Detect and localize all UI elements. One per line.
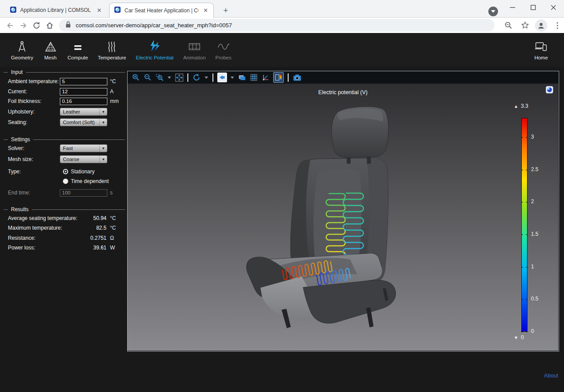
legend-max-marker: ▲3.3 bbox=[514, 103, 528, 109]
legend-min-marker: ▼0 bbox=[514, 334, 524, 341]
browser-chrome: Application Library | COMSOL Se ✕ Car Se… bbox=[0, 0, 564, 33]
scene-light-button[interactable] bbox=[217, 73, 227, 82]
solver-label: Solver: bbox=[8, 145, 24, 151]
url-text: comsol.com/server-demo/app/car_seat_heat… bbox=[76, 22, 232, 29]
end-time-field[interactable]: 100 bbox=[60, 189, 107, 197]
power-loss-label: Power loss: bbox=[8, 245, 35, 251]
axes-button[interactable] bbox=[261, 73, 270, 82]
current-label: Current: bbox=[8, 88, 27, 95]
upholstery-label: Upholstery: bbox=[8, 109, 35, 115]
animation-filmstrip-icon bbox=[188, 39, 201, 53]
end-time-unit: s bbox=[110, 190, 113, 196]
rotate-view-button[interactable] bbox=[192, 73, 201, 82]
close-tab-icon[interactable]: ✕ bbox=[202, 7, 209, 14]
window-minimize-button[interactable] bbox=[503, 0, 522, 15]
scene-light-caret-icon[interactable] bbox=[230, 73, 234, 82]
legend-tick-mark bbox=[521, 267, 523, 267]
legend-tick-mark bbox=[521, 332, 523, 332]
foil-thickness-field[interactable]: 0.16 bbox=[60, 98, 107, 105]
grid-button[interactable] bbox=[249, 73, 258, 82]
window-close-button[interactable] bbox=[544, 0, 563, 15]
lock-icon bbox=[65, 21, 71, 30]
time-dependent-radio-label: Time dependent bbox=[71, 178, 109, 184]
about-link[interactable]: About bbox=[544, 373, 558, 379]
ribbon-probes-button[interactable]: Probes bbox=[211, 38, 236, 61]
zoom-extents-button[interactable] bbox=[175, 73, 183, 82]
ribbon-mesh-button[interactable]: Mesh bbox=[38, 38, 63, 61]
ribbon-compute-button[interactable]: Compute bbox=[63, 38, 93, 61]
solver-dropdown[interactable]: Fast▼ bbox=[60, 144, 107, 152]
graphics-toolbar bbox=[128, 71, 559, 84]
home-button[interactable] bbox=[43, 19, 56, 32]
plot-title: Electric potential (V) bbox=[128, 89, 558, 95]
power-loss-value: 39.61 bbox=[60, 245, 106, 251]
new-tab-button[interactable]: + bbox=[220, 5, 231, 16]
legend-tick-mark bbox=[526, 137, 527, 138]
graphics-canvas[interactable]: Electric potential (V) ▲3.3 32.521.510.5… bbox=[128, 84, 558, 351]
reload-button[interactable] bbox=[30, 19, 43, 32]
tab-title: Application Library | COMSOL Se bbox=[20, 7, 92, 13]
screenshot-camera-button[interactable] bbox=[293, 73, 301, 82]
mesh-size-dropdown[interactable]: Coarse▼ bbox=[60, 155, 107, 163]
tab-title: Car Seat Heater Application | CO bbox=[125, 7, 198, 14]
legend-tick-mark bbox=[521, 170, 523, 170]
parameter-sidebar: Input Ambient temperature: 5 °C Current:… bbox=[0, 67, 127, 392]
time-dependent-radio[interactable] bbox=[63, 179, 68, 184]
ribbon-electric-potential-button[interactable]: Electric Potential bbox=[131, 38, 179, 61]
resistance-value: 0.2751 bbox=[60, 235, 106, 241]
resistance-label: Resistance: bbox=[8, 235, 36, 241]
power-loss-unit: W bbox=[110, 245, 115, 251]
seating-label: Seating: bbox=[8, 119, 27, 125]
forward-button[interactable] bbox=[17, 19, 30, 32]
tab-search-button[interactable] bbox=[488, 7, 498, 16]
window-maximize-button[interactable] bbox=[524, 0, 543, 15]
legend-tick-mark bbox=[521, 202, 523, 202]
color-legend-button[interactable] bbox=[273, 72, 284, 83]
address-bar[interactable]: comsol.com/server-demo/app/car_seat_heat… bbox=[59, 19, 494, 32]
transparency-button[interactable] bbox=[238, 73, 246, 82]
home-devices-icon bbox=[534, 39, 548, 53]
zoom-box-caret-icon[interactable] bbox=[167, 73, 172, 82]
ambient-temperature-unit: °C bbox=[110, 78, 116, 84]
seating-dropdown[interactable]: Comfort (Soft)▼ bbox=[60, 118, 107, 126]
legend-tick-mark bbox=[526, 170, 527, 170]
browser-menu-kebab-icon[interactable] bbox=[551, 19, 564, 32]
avg-seating-temp-value: 50.94 bbox=[60, 215, 106, 221]
geometry-compass-icon bbox=[16, 39, 28, 53]
legend-tick-mark bbox=[521, 234, 523, 235]
ribbon-animation-button[interactable]: Animation bbox=[178, 38, 210, 61]
chevron-down-icon: ▼ bbox=[99, 108, 107, 115]
ribbon-home-button[interactable]: Home bbox=[529, 38, 553, 61]
zoom-box-button[interactable] bbox=[155, 73, 164, 82]
seat-headrest bbox=[332, 106, 388, 164]
legend-tick-mark bbox=[521, 137, 523, 138]
tab-application-library[interactable]: Application Library | COMSOL Se ✕ bbox=[5, 3, 106, 18]
close-tab-icon[interactable]: ✕ bbox=[95, 7, 103, 14]
rotate-caret-icon[interactable] bbox=[204, 73, 209, 82]
zoom-out-button[interactable] bbox=[143, 73, 152, 82]
car-seat-3d-model bbox=[128, 84, 558, 351]
bookmark-star-icon[interactable] bbox=[518, 19, 531, 32]
ribbon-temperature-button[interactable]: Temperature bbox=[93, 38, 131, 61]
toolbar-separator bbox=[212, 73, 213, 82]
chevron-down-icon: ▼ bbox=[99, 119, 107, 126]
legend-tick-label: 1.5 bbox=[531, 231, 538, 237]
foil-thickness-label: Foil thickness: bbox=[8, 98, 41, 104]
ribbon-geometry-button[interactable]: Geometry bbox=[6, 38, 38, 61]
triangle-up-icon: ▲ bbox=[514, 104, 518, 109]
current-field[interactable]: 12 bbox=[60, 88, 107, 95]
tab-car-seat-heater[interactable]: Car Seat Heater Application | CO ✕ bbox=[109, 3, 214, 18]
stationary-radio[interactable] bbox=[63, 169, 68, 174]
chevron-down-icon: ▼ bbox=[99, 156, 107, 163]
browser-zoom-icon[interactable] bbox=[502, 19, 515, 32]
app-ribbon: Geometry Mesh Compute Temperature bbox=[0, 33, 564, 67]
back-button[interactable] bbox=[4, 19, 17, 32]
profile-avatar[interactable] bbox=[535, 19, 547, 32]
zoom-in-button[interactable] bbox=[132, 73, 140, 82]
legend-tick-mark bbox=[526, 202, 527, 202]
upholstery-dropdown[interactable]: Leather▼ bbox=[60, 108, 107, 116]
ambient-temperature-field[interactable]: 5 bbox=[60, 78, 107, 85]
toolbar-separator bbox=[187, 73, 188, 82]
max-temp-value: 82.5 bbox=[60, 225, 106, 231]
compute-equals-icon bbox=[73, 39, 83, 53]
